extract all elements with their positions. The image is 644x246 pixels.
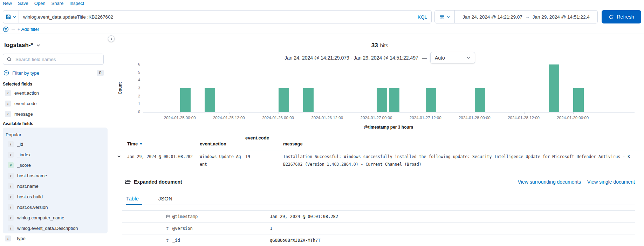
saved-query-menu-button[interactable] — [3, 11, 19, 23]
nav-open[interactable]: Open — [34, 1, 46, 6]
index-pattern-selector[interactable]: logstash-* — [4, 42, 41, 49]
nav-new[interactable]: New — [3, 1, 12, 6]
x-axis-tick-label: 2024-01-28 12:00 — [508, 116, 540, 120]
date-quick-menu-button[interactable] — [435, 11, 455, 23]
field-item-_type[interactable]: t_type — [3, 233, 104, 244]
field-type-icon: t — [8, 204, 14, 210]
date-range-text[interactable]: Jan 24, 2024 @ 14:21:29.07 → Jan 29, 202… — [455, 14, 597, 20]
active-tab-underline — [126, 204, 142, 205]
doc-field-name: @timestamp — [172, 214, 270, 219]
index-pattern-label: logstash-* — [4, 42, 33, 49]
column-header-time[interactable]: Time — [127, 141, 143, 146]
histogram-bar[interactable] — [279, 88, 289, 112]
tab-table[interactable]: Table — [122, 193, 143, 206]
calendar-icon — [166, 214, 172, 219]
field-type-icon: t — [8, 152, 14, 158]
tab-json[interactable]: JSON — [154, 193, 177, 206]
field-item-message[interactable]: tmessage — [3, 109, 104, 119]
field-type-icon: t — [8, 141, 14, 147]
add-filter-button[interactable]: + Add filter — [18, 27, 39, 32]
query-language-button[interactable]: KQL — [418, 14, 431, 20]
save-icon — [6, 14, 11, 20]
y-axis-tick-label: 1 — [138, 102, 140, 106]
column-header-event-action[interactable]: event.action — [200, 141, 226, 146]
field-item-_index[interactable]: t_index — [6, 149, 105, 160]
x-axis-tick — [377, 112, 377, 114]
field-name: _type — [14, 236, 26, 241]
histogram-bar[interactable] — [573, 88, 584, 112]
x-axis-tick — [180, 112, 180, 114]
doc-field-row-@version: t@version1 — [122, 223, 635, 234]
filter-by-type-label: Filter by type — [12, 70, 94, 76]
header-divider — [0, 34, 644, 34]
hits-label: hits — [380, 42, 388, 48]
x-axis-tick — [328, 112, 328, 114]
field-item-host.name[interactable]: thost.name — [6, 181, 105, 191]
refresh-button[interactable]: Refresh — [602, 10, 641, 23]
kql-query-input[interactable]: winlog.event_data.updateTitle :KB2267602 — [19, 14, 418, 20]
collapse-sidebar-button[interactable] — [108, 35, 115, 42]
histogram-bar[interactable] — [205, 88, 215, 112]
histogram-bar[interactable] — [549, 64, 559, 112]
histogram-bar[interactable] — [303, 88, 314, 112]
x-axis-title: @timestamp per 3 hours — [143, 125, 634, 130]
column-header-event-action-label: event.action — [200, 141, 226, 146]
range-separator: — — [422, 55, 427, 61]
column-header-message[interactable]: message — [283, 141, 303, 146]
field-item-host.os.build[interactable]: thost.os.build — [6, 191, 105, 202]
filter-dash — [12, 29, 15, 29]
field-item-host.hostname[interactable]: thost.hostname — [6, 170, 105, 181]
column-header-event-code[interactable]: event.code — [245, 135, 269, 141]
view-single-document-link[interactable]: View single document — [587, 179, 635, 185]
filter-count-badge: 0 — [97, 70, 104, 76]
view-surrounding-documents-link[interactable]: View surrounding documents — [518, 179, 581, 185]
histogram-bar[interactable] — [426, 88, 436, 112]
nav-share[interactable]: Share — [51, 1, 63, 6]
filter-by-type-button[interactable]: Filter by type 0 — [4, 69, 104, 77]
doc-field-value: qGOBUo0BrXJDZA-MTh7T — [270, 238, 321, 243]
field-item-host.os.version[interactable]: thost.os.version — [6, 202, 105, 212]
date-start: Jan 24, 2024 @ 14:21:29.07 — [463, 14, 522, 20]
row-expand-toggle[interactable] — [117, 153, 122, 159]
histogram-plot — [143, 64, 635, 112]
field-type-icon: t — [8, 215, 14, 221]
field-item-winlog.computer_name[interactable]: twinlog.computer_name — [6, 212, 105, 223]
date-picker[interactable]: Jan 24, 2024 @ 14:21:29.07 → Jan 29, 202… — [434, 10, 598, 23]
x-axis-tick-label: 2024-01-25 12:00 — [213, 116, 245, 120]
arrow-right-icon: → — [524, 14, 532, 20]
chevron-left-icon — [110, 37, 113, 41]
field-item-event.action[interactable]: tevent.action — [3, 88, 104, 98]
histogram-bar[interactable] — [180, 88, 191, 112]
y-axis-tick-label: 0 — [138, 110, 140, 114]
field-item-_score[interactable]: #_score — [6, 160, 105, 170]
histogram-bar[interactable] — [377, 88, 387, 112]
chart-subtitle-row: Jan 24, 2024 @ 14:21:29.079 - Jan 29, 20… — [116, 52, 644, 63]
refresh-icon — [609, 14, 614, 20]
text-field-icon: t — [166, 238, 172, 243]
row-cell-message: Installation Successful: Windows success… — [283, 153, 631, 168]
field-name: host.os.version — [17, 205, 48, 210]
field-item-winlog.event_data.Description[interactable]: twinlog.event_data.Description — [6, 223, 105, 233]
field-item-_id[interactable]: t_id — [6, 139, 105, 149]
interval-select[interactable]: Auto — [430, 52, 475, 63]
kibana-discover-app: New Save Open Share Inspect winlog.event… — [0, 0, 644, 246]
y-axis-tick-label: 3 — [138, 86, 140, 90]
field-type-icon: # — [8, 162, 14, 168]
popular-label: Popular — [6, 132, 21, 137]
selected-fields-heading: Selected fields — [3, 82, 32, 87]
nav-inspect[interactable]: Inspect — [69, 1, 84, 6]
field-item-event.code[interactable]: tevent.code — [3, 98, 104, 109]
chevron-down-icon — [36, 43, 41, 48]
x-axis-tick — [426, 112, 426, 114]
field-name: host.hostname — [17, 173, 47, 178]
field-name: host.name — [17, 184, 39, 189]
filter-set-menu-icon[interactable] — [3, 26, 9, 32]
x-axis-tick — [279, 112, 279, 114]
field-search-input[interactable] — [15, 56, 100, 62]
nav-save[interactable]: Save — [18, 1, 28, 6]
calendar-icon — [439, 14, 445, 20]
histogram-bar[interactable] — [389, 88, 399, 112]
y-axis-tick-label: 5 — [138, 70, 140, 74]
histogram-bar[interactable] — [475, 88, 485, 112]
x-axis-tick-label: 2024-01-27 00:00 — [361, 116, 392, 120]
